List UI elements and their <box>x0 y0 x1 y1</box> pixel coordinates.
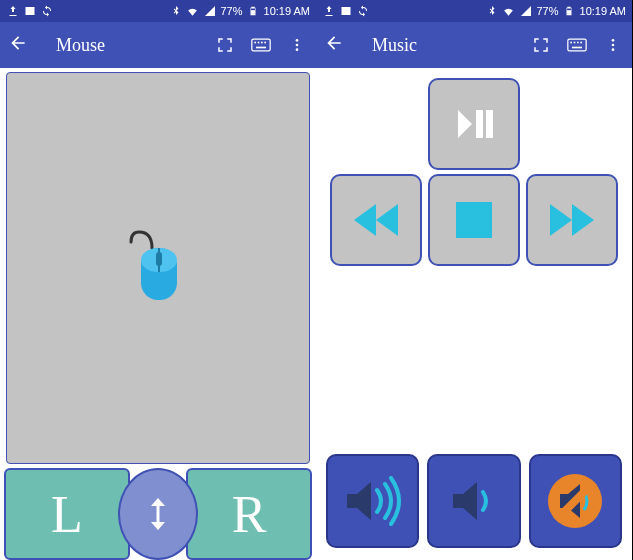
svg-rect-18 <box>568 39 586 51</box>
touchpad-area[interactable] <box>6 72 310 464</box>
bluetooth-icon <box>485 5 498 18</box>
mouse-icon <box>127 226 189 310</box>
upload-icon <box>6 5 19 18</box>
mute-button[interactable] <box>529 454 622 548</box>
right-click-label: R <box>232 485 267 544</box>
signal-icon <box>203 5 216 18</box>
stop-icon <box>452 198 496 242</box>
forward-button[interactable] <box>526 174 618 266</box>
wifi-icon <box>502 5 515 18</box>
mute-icon <box>544 470 606 532</box>
svg-rect-19 <box>570 42 572 44</box>
left-click-button[interactable]: L <box>4 468 130 560</box>
svg-point-9 <box>296 44 299 47</box>
keyboard-icon[interactable] <box>566 37 588 53</box>
svg-rect-27 <box>476 110 483 138</box>
page-title: Music <box>372 35 516 56</box>
wifi-icon <box>186 5 199 18</box>
right-click-button[interactable]: R <box>186 468 312 560</box>
svg-rect-22 <box>580 42 582 44</box>
left-click-label: L <box>51 485 83 544</box>
image-icon <box>339 5 352 18</box>
page-title: Mouse <box>56 35 200 56</box>
back-icon[interactable] <box>8 33 28 57</box>
phone-music: 77% 10:19 AM Music <box>316 0 632 560</box>
play-pause-icon <box>450 100 498 148</box>
svg-rect-4 <box>258 42 260 44</box>
svg-rect-23 <box>572 47 582 49</box>
mouse-content: L R <box>0 68 316 560</box>
battery-icon <box>247 5 260 18</box>
svg-rect-5 <box>261 42 263 44</box>
image-icon <box>23 5 36 18</box>
volume-up-icon <box>341 476 405 526</box>
svg-point-10 <box>296 48 299 51</box>
clock: 10:19 AM <box>580 5 626 17</box>
volume-row <box>326 454 622 548</box>
scroll-button[interactable] <box>118 468 198 560</box>
upload-icon <box>322 5 335 18</box>
battery-icon <box>563 5 576 18</box>
svg-point-8 <box>296 39 299 42</box>
sync-icon <box>356 5 369 18</box>
fullscreen-icon[interactable] <box>530 36 552 54</box>
scroll-arrows-icon <box>145 496 171 532</box>
svg-rect-2 <box>252 39 270 51</box>
bluetooth-icon <box>169 5 182 18</box>
keyboard-icon[interactable] <box>250 37 272 53</box>
status-bar: 77% 10:19 AM <box>316 0 632 22</box>
status-bar: 77% 10:19 AM <box>0 0 316 22</box>
mouse-button-row: L R <box>4 468 312 560</box>
rewind-icon <box>348 200 404 240</box>
volume-up-button[interactable] <box>326 454 419 548</box>
battery-percent: 77% <box>220 5 242 17</box>
volume-down-icon <box>447 476 501 526</box>
phone-mouse: 77% 10:19 AM Mouse L <box>0 0 316 560</box>
overflow-icon[interactable] <box>602 37 624 53</box>
svg-rect-7 <box>256 47 266 49</box>
svg-rect-14 <box>156 252 162 266</box>
app-bar: Music <box>316 22 632 68</box>
sync-icon <box>40 5 53 18</box>
media-grid <box>316 78 632 298</box>
rewind-button[interactable] <box>330 174 422 266</box>
play-pause-button[interactable] <box>428 78 520 170</box>
app-bar: Mouse <box>0 22 316 68</box>
music-content <box>316 68 632 560</box>
clock: 10:19 AM <box>264 5 310 17</box>
forward-icon <box>544 200 600 240</box>
overflow-icon[interactable] <box>286 37 308 53</box>
svg-rect-20 <box>574 42 576 44</box>
volume-down-button[interactable] <box>427 454 520 548</box>
svg-rect-21 <box>577 42 579 44</box>
stop-button[interactable] <box>428 174 520 266</box>
svg-rect-17 <box>567 10 571 14</box>
svg-rect-28 <box>486 110 493 138</box>
svg-point-26 <box>612 48 615 51</box>
fullscreen-icon[interactable] <box>214 36 236 54</box>
svg-rect-29 <box>456 202 492 238</box>
battery-percent: 77% <box>536 5 558 17</box>
svg-rect-3 <box>254 42 256 44</box>
svg-point-25 <box>612 44 615 47</box>
svg-rect-1 <box>251 10 255 14</box>
svg-rect-6 <box>264 42 266 44</box>
back-icon[interactable] <box>324 33 344 57</box>
signal-icon <box>519 5 532 18</box>
svg-point-24 <box>612 39 615 42</box>
